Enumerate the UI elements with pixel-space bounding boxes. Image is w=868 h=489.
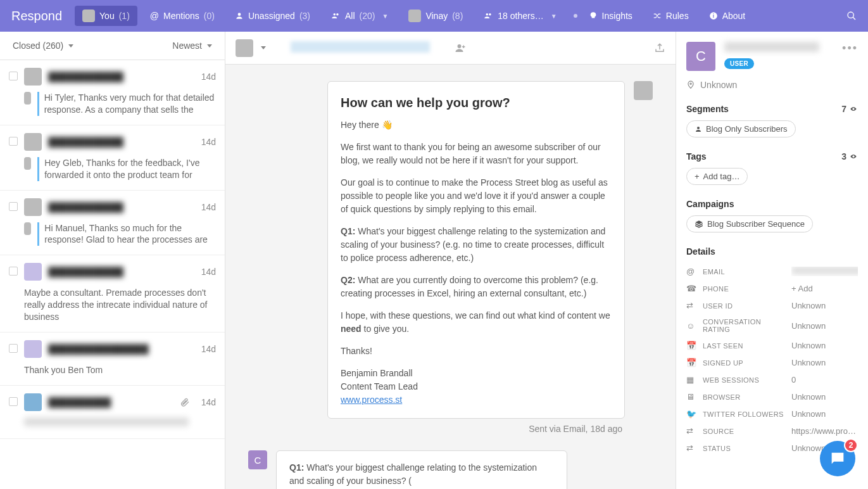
detail-icon: 🐦: [686, 409, 696, 419]
conversation-header: [225, 32, 676, 65]
checkbox[interactable]: [9, 202, 18, 211]
section-title: Segments: [686, 104, 729, 114]
detail-icon: ⇄: [686, 426, 696, 436]
detail-row: 📅SIGNED UPUnknown: [686, 354, 858, 371]
section-title: Campaigns: [686, 199, 734, 209]
section-count[interactable]: 3: [841, 151, 858, 162]
mention-icon: @: [150, 11, 159, 21]
nav-about[interactable]: i About: [701, 7, 753, 25]
checkbox[interactable]: [9, 137, 18, 146]
conversation-item[interactable]: ████████████████ 14d Thank you Ben Tom: [0, 333, 225, 386]
nav-vinay[interactable]: Vinay (8): [401, 6, 470, 26]
avatar[interactable]: [236, 39, 253, 57]
avatar: [24, 222, 31, 235]
detail-value[interactable]: + Add: [791, 284, 858, 293]
detail-value: Unknown: [791, 301, 858, 310]
detail-value: Unknown: [791, 341, 858, 350]
nav-label: Unassigned: [248, 11, 295, 21]
detail-label: TWITTER FOLLOWERS: [703, 410, 785, 418]
avatar: [24, 133, 42, 151]
detail-value: Unknown: [791, 321, 858, 331]
section-title: Tags: [686, 151, 707, 162]
list-header: Closed (260) Newest: [0, 32, 225, 60]
timestamp: 14d: [201, 72, 216, 82]
search-icon[interactable]: [846, 11, 857, 21]
text: Q1:: [341, 226, 355, 236]
detail-label: PHONE: [703, 285, 785, 293]
add-user-icon[interactable]: [455, 42, 466, 54]
nav-others[interactable]: 18 others… ▼: [475, 7, 564, 25]
chevron-down-icon[interactable]: [261, 46, 266, 49]
text: I hope, with these questions, we can fin…: [341, 310, 610, 321]
section-count[interactable]: 7: [841, 104, 858, 114]
campaign-pill[interactable]: Blog Subscriber Sequence: [686, 215, 813, 232]
nav-label: Rules: [666, 11, 689, 21]
detail-label: EMAIL: [703, 268, 785, 276]
nav-label: Mentions: [163, 11, 199, 21]
contact-name: ██████████: [48, 397, 111, 407]
user-icon: [695, 125, 702, 133]
segment-pill[interactable]: Blog Only Subscribers: [686, 120, 796, 137]
avatar: [24, 340, 42, 358]
main: Closed (260) Newest ████████████ 14d: [0, 32, 868, 489]
sort-dropdown[interactable]: Newest: [172, 41, 212, 51]
conversation-item[interactable]: ████████████ 14d Hi Tyler, Thanks very m…: [0, 60, 225, 125]
sort-label: Newest: [172, 41, 202, 51]
info-icon: i: [709, 11, 718, 20]
sent-meta: Sent via Email, 18d ago: [248, 424, 622, 434]
checkbox[interactable]: [9, 397, 18, 406]
nav-unassigned[interactable]: Unassigned (3): [227, 7, 318, 25]
attachment-icon: [180, 397, 190, 407]
conversation-item[interactable]: ████████████ 14d Hi Manuel, Thanks so mu…: [0, 191, 225, 256]
detail-value: Unknown: [791, 392, 858, 402]
detail-label: WEB SESSIONS: [703, 376, 785, 384]
plus-icon: +: [695, 172, 700, 181]
nav-mentions[interactable]: @ Mentions (0): [142, 7, 222, 25]
signature-name: Benjamin Brandall: [341, 367, 612, 380]
svg-point-1: [334, 13, 336, 16]
detail-icon: ☺: [686, 321, 696, 331]
detail-row: @EMAIL: [686, 263, 858, 280]
avatar: [24, 393, 42, 411]
checkbox[interactable]: [9, 267, 18, 276]
intercom-launcher[interactable]: 2: [820, 441, 855, 476]
detail-row: ⇄USER IDUnknown: [686, 297, 858, 314]
conversation-body[interactable]: How can we help you grow? Hey there 👋 We…: [225, 65, 676, 489]
add-tag-button[interactable]: + Add tag…: [686, 168, 748, 185]
nav-insights[interactable]: Insights: [581, 7, 640, 25]
timestamp: 14d: [201, 397, 216, 407]
detail-icon: ⇄: [686, 443, 696, 453]
conversation-item[interactable]: ██████████ 14d: [0, 386, 225, 439]
svg-point-8: [457, 44, 461, 48]
svg-point-2: [336, 13, 339, 16]
checkbox[interactable]: [9, 344, 18, 353]
nav-you[interactable]: You (1): [75, 6, 137, 26]
more-icon[interactable]: •••: [842, 42, 858, 55]
conversation-item[interactable]: ████████████ 14d Maybe a consultant. Pre…: [0, 255, 225, 333]
separator-dot: [574, 14, 577, 18]
chevron-down-icon[interactable]: ▼: [382, 13, 389, 20]
chevron-down-icon[interactable]: ▼: [551, 13, 557, 20]
filter-dropdown[interactable]: Closed (260): [13, 41, 73, 51]
campaigns-section: Campaigns Blog Subscriber Sequence: [686, 199, 858, 232]
text: Our goal is to continue to make the Proc…: [341, 176, 612, 216]
nav-all[interactable]: All (20) ▼: [323, 7, 396, 25]
checkbox[interactable]: [9, 72, 18, 80]
signature-title: Content Team Lead: [341, 380, 612, 393]
detail-value: Unknown: [791, 409, 858, 419]
nav-label: You: [99, 11, 115, 21]
detail-icon: 🖥: [686, 392, 696, 402]
detail-row: 🐦TWITTER FOLLOWERSUnknown: [686, 405, 858, 422]
conversation-item[interactable]: ████████████ 14d Hey Gleb, Thanks for th…: [0, 125, 225, 191]
conversation-list[interactable]: ████████████ 14d Hi Tyler, Thanks very m…: [0, 60, 225, 489]
nav-count: (20): [360, 11, 375, 21]
pill-label: Blog Subscriber Sequence: [707, 219, 805, 229]
nav-rules[interactable]: Rules: [645, 7, 696, 25]
user-icon: [235, 11, 244, 20]
avatar: [24, 92, 31, 105]
text: What are you currently doing to overcome…: [341, 275, 598, 298]
signature-link[interactable]: www.process.st: [341, 395, 402, 405]
export-icon[interactable]: [654, 42, 665, 54]
sender-avatar: [634, 81, 653, 100]
detail-row: 🖥BROWSERUnknown: [686, 388, 858, 405]
